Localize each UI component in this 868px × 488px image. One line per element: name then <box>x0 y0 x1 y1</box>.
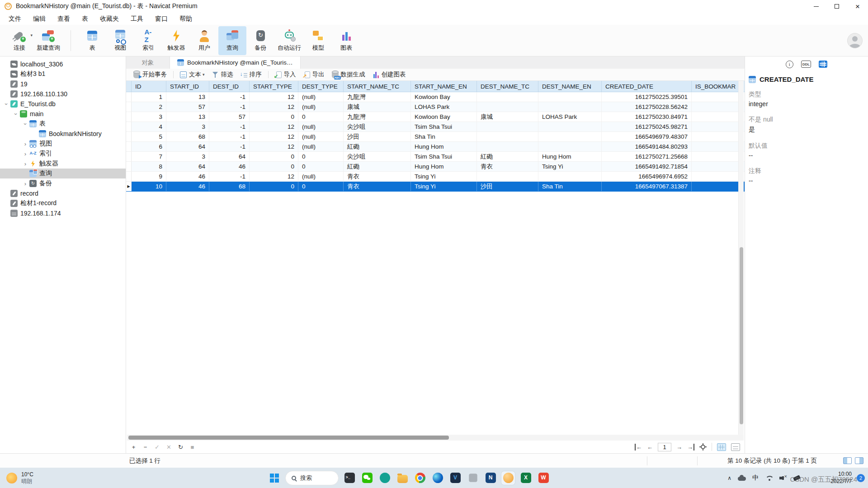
grid-cell[interactable] <box>538 132 602 141</box>
next-page-button[interactable] <box>676 444 682 450</box>
gridtoolbar-button-export[interactable]: 导出 <box>300 69 328 80</box>
grid-cell[interactable]: 1665497067.31387 <box>602 182 692 191</box>
table-row[interactable]: 664-112(null)紅磡Hung Hom1665491484.80293 <box>126 142 745 152</box>
tab-objects[interactable]: 对象 <box>126 56 170 69</box>
table-row[interactable]: 946-112(null)青衣Tsing Yi1665496974.6952 <box>126 172 745 182</box>
column-header[interactable]: START_NAME_TC <box>344 81 411 92</box>
volume-muted-icon[interactable] <box>779 475 787 481</box>
gridtoolbar-button-filter[interactable]: 筛选 <box>208 69 237 80</box>
grid-cell[interactable]: 68 <box>166 132 209 141</box>
grid-cell[interactable] <box>692 122 745 131</box>
tree-item[interactable]: ›备份 <box>0 178 126 188</box>
grid-cell[interactable]: Kowloon Bay <box>411 112 477 122</box>
grid-cell[interactable] <box>477 92 538 102</box>
grid-cell[interactable]: 6 <box>132 142 166 151</box>
grid-cell[interactable]: 1612750271.25668 <box>602 152 692 161</box>
grid-cell[interactable] <box>692 172 745 181</box>
gridtoolbar-button-data-generation[interactable]: 数据生成 <box>328 69 369 80</box>
grid-cell[interactable]: 7 <box>132 152 166 161</box>
grid-cell[interactable]: LOHAS Park <box>411 102 477 112</box>
grid-cell[interactable] <box>538 122 602 131</box>
menu-item[interactable]: 窗口 <box>149 14 174 24</box>
grid-cell[interactable]: 12 <box>250 122 298 131</box>
taskbar-search[interactable]: 搜索 <box>285 471 339 485</box>
toolbar-button-user[interactable]: 用户 <box>190 26 218 55</box>
grid-cell[interactable]: (null) <box>298 102 344 112</box>
grid-cell[interactable]: 1 <box>132 92 166 102</box>
column-header[interactable]: START_NAME_EN <box>411 81 477 92</box>
grid-cell[interactable]: -1 <box>209 142 250 151</box>
minimize-button[interactable] <box>806 0 826 13</box>
menu-item[interactable]: 查看 <box>52 14 76 24</box>
tree-item[interactable]: 查询 <box>0 169 126 178</box>
grid-cell[interactable]: 64 <box>209 152 250 161</box>
grid-cell[interactable]: 9 <box>132 172 166 181</box>
grid-cell[interactable]: Tsim Sha Tsui <box>411 152 477 161</box>
grid-cell[interactable]: 0 <box>250 162 298 171</box>
grid-cell[interactable]: 0 <box>298 182 344 191</box>
chrome-icon[interactable] <box>413 471 427 485</box>
grid-cell[interactable]: 0 <box>298 152 344 161</box>
grid-cell[interactable]: Tsing Yi <box>411 172 477 181</box>
start-button[interactable] <box>268 471 281 485</box>
grid-cell[interactable]: 九龍灣 <box>344 92 411 102</box>
vscode-icon[interactable] <box>448 471 462 485</box>
grid-cell[interactable]: (null) <box>298 172 344 181</box>
grid-cell[interactable]: -1 <box>209 132 250 141</box>
table-row[interactable]: 43-112(null)尖沙咀Tsim Sha Tsui1612750245.9… <box>126 122 745 132</box>
grid-cell[interactable]: 12 <box>250 142 298 151</box>
clock[interactable]: 10:00 2022/7/7 <box>830 471 852 485</box>
table-row[interactable]: 3135700九龍灣Kowloon Bay康城LOHAS Park1612750… <box>126 112 745 122</box>
wps-icon[interactable] <box>537 471 550 485</box>
grid-cell[interactable]: 1612750225.39501 <box>602 92 692 102</box>
toolbar-button-table[interactable]: 表 <box>78 26 106 55</box>
table-row[interactable]: ▶10466800青衣Tsing Yi沙田Sha Tin1665497067.3… <box>126 182 745 192</box>
horizontal-scrollbar[interactable] <box>127 435 744 441</box>
grid-cell[interactable] <box>538 102 602 112</box>
grid-cell[interactable]: 1665496974.6952 <box>602 172 692 181</box>
pen-icon[interactable] <box>793 475 801 481</box>
horizontal-scrollbar-thumb[interactable] <box>128 436 449 440</box>
ime-indicator[interactable]: 中 <box>752 474 759 482</box>
wechat-icon[interactable] <box>360 471 374 485</box>
cloud-icon[interactable] <box>738 477 746 481</box>
grid-cell[interactable]: 1665491492.71854 <box>602 162 692 171</box>
gridtoolbar-button-text[interactable]: 文本▾ <box>176 69 208 80</box>
notification-badge[interactable]: 2 <box>857 474 865 482</box>
edge-icon[interactable] <box>431 471 444 485</box>
grid-cell[interactable] <box>692 92 745 102</box>
table-row[interactable]: 257-112(null)康城LOHAS Park1612750228.5624… <box>126 102 745 112</box>
table-row[interactable]: 8644600紅磡Hung Hom青衣Tsing Yi1665491492.71… <box>126 162 745 172</box>
grid-cell[interactable]: 尖沙咀 <box>344 152 411 161</box>
grid-cell[interactable]: Hung Hom <box>538 152 602 161</box>
grid-cell[interactable]: 1665496979.48307 <box>602 132 692 141</box>
add-record-button[interactable]: + <box>131 444 137 450</box>
tree-item[interactable]: 19 <box>0 79 126 89</box>
gridtoolbar-button-sort[interactable]: 排序 <box>237 69 265 80</box>
menu-item[interactable]: 帮助 <box>174 14 198 24</box>
grid-cell[interactable]: Tsim Sha Tsui <box>411 122 477 131</box>
grid-cell[interactable]: -1 <box>209 92 250 102</box>
tree-item[interactable]: 192.168.110.130 <box>0 89 126 99</box>
tree-item[interactable]: ›main <box>0 109 126 119</box>
column-header[interactable]: IS_BOOKMAR <box>692 81 745 92</box>
toolbar-button-view[interactable]: 视图 <box>106 26 134 55</box>
column-header[interactable]: CREATED_DATE <box>602 81 692 92</box>
toolbar-button-automation[interactable]: 自动运行 <box>274 26 304 55</box>
grid-cell[interactable]: 13 <box>166 92 209 102</box>
grid-cell[interactable]: 12 <box>250 102 298 112</box>
grid-cell[interactable]: 12 <box>250 172 298 181</box>
toolbar-button-model[interactable]: 模型 <box>304 26 332 55</box>
honey-icon[interactable] <box>501 471 515 485</box>
grid-cell[interactable]: Tsing Yi <box>538 162 602 171</box>
toolbar-button-query[interactable]: 查询 <box>218 26 246 55</box>
grid-cell[interactable] <box>477 172 538 181</box>
grid-cell[interactable]: 46 <box>166 172 209 181</box>
grid-cell[interactable]: Hung Hom <box>411 162 477 171</box>
tree-item[interactable]: record <box>0 188 126 198</box>
column-header[interactable]: ID <box>132 81 166 92</box>
grid-cell[interactable]: -1 <box>209 122 250 131</box>
ddl-icon[interactable]: DDL <box>801 61 811 68</box>
grid-cell[interactable]: 46 <box>166 182 209 191</box>
column-header[interactable]: DEST_TYPE <box>298 81 344 92</box>
